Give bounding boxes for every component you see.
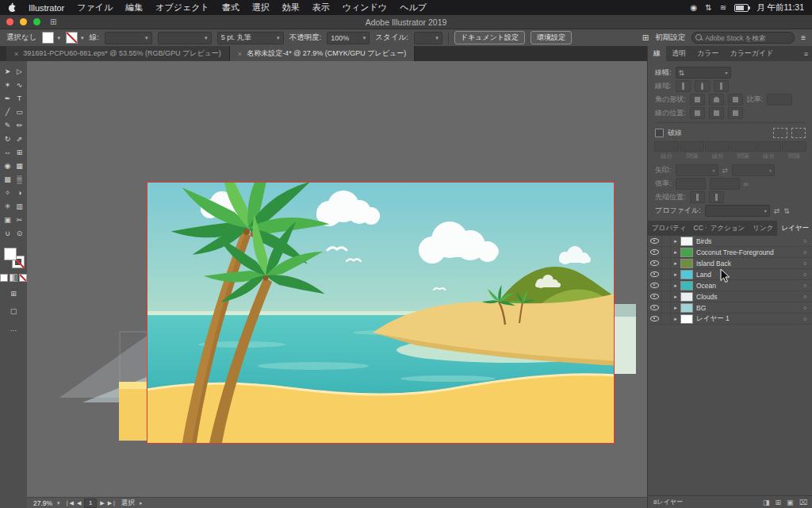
lock-toggle[interactable] — [662, 302, 671, 313]
arrange-documents-icon[interactable]: ⊞ — [50, 17, 56, 26]
status-chevron-icon[interactable]: ▸ — [140, 500, 143, 506]
make-mask-button[interactable]: ◨ — [763, 498, 770, 506]
dash-value-field[interactable] — [730, 141, 755, 152]
last-artboard-button[interactable]: ▶❘ — [108, 500, 117, 506]
layer-name[interactable]: レイヤー 1 — [696, 314, 800, 324]
close-tab-icon[interactable]: × — [238, 50, 242, 58]
pencil-tool[interactable]: ✏ — [13, 119, 25, 132]
layer-target-icon[interactable]: ○ — [800, 260, 810, 266]
next-artboard-button[interactable]: ▶ — [100, 500, 104, 506]
preferences-button[interactable]: 環境設定 — [530, 31, 572, 44]
dash-align-button[interactable] — [791, 128, 806, 138]
lock-toggle[interactable] — [662, 280, 671, 291]
fill-chevron-icon[interactable]: ▾ — [57, 35, 60, 41]
menubar-clock[interactable]: 月 午前11:31 — [756, 2, 804, 13]
canvas-area[interactable] — [27, 61, 647, 498]
layer-thumbnail[interactable] — [680, 237, 693, 246]
menubar-item[interactable]: 書式 — [222, 2, 239, 13]
layer-row[interactable]: ▸ レイヤー 1 ○ — [648, 314, 812, 325]
free-transform-tool[interactable]: ⊞ — [13, 146, 25, 159]
arrow-tip-inside-button[interactable] — [709, 191, 724, 203]
lock-toggle[interactable] — [662, 269, 671, 279]
gradient-button[interactable] — [10, 274, 17, 282]
adobe-stock-search-input[interactable] — [691, 32, 795, 44]
join-miter-button[interactable] — [690, 94, 705, 106]
visibility-toggle[interactable] — [648, 269, 662, 279]
join-bevel-button[interactable] — [728, 94, 743, 106]
selection-tool[interactable]: ➤ — [2, 65, 13, 78]
layer-row[interactable]: ▸ BG ○ — [648, 302, 812, 314]
layer-thumbnail[interactable] — [680, 303, 693, 313]
dash-value-field[interactable] — [705, 141, 730, 152]
stroke-swatch[interactable] — [66, 32, 78, 44]
variable-width-combo[interactable]: ▾ — [158, 32, 212, 44]
brush-combo[interactable]: 5 pt. 丸筆▾ — [217, 32, 284, 44]
visibility-toggle[interactable] — [648, 302, 662, 313]
layer-target-icon[interactable]: ○ — [800, 294, 810, 299]
workspace-switcher[interactable]: 初期設定 — [655, 33, 685, 43]
align-center-button[interactable] — [690, 107, 705, 119]
width-profile-combo[interactable]: ▾ — [705, 205, 770, 217]
minimize-window-button[interactable] — [20, 18, 27, 25]
edit-toolbar-button[interactable]: … — [10, 323, 17, 334]
lock-toggle[interactable] — [662, 236, 671, 246]
dash-value-field[interactable] — [680, 141, 704, 152]
layer-row[interactable]: ▸ Island Back ○ — [648, 258, 812, 269]
cap-butt-button[interactable] — [676, 80, 691, 92]
lasso-tool[interactable]: ∿ — [13, 79, 25, 91]
document-tab-inactive[interactable]: × 391691-PCPU60-881.eps* @ 53.55% (RGB/G… — [6, 46, 230, 61]
document-tab-active[interactable]: × 名称未設定-4* @ 27.9% (CMYK/GPU プレビュー) — [230, 46, 415, 61]
fill-stroke-control[interactable] — [3, 248, 24, 267]
fill-swatch[interactable] — [42, 32, 54, 44]
layer-name[interactable]: Coconut Tree-Foreground — [696, 248, 800, 256]
arrow-tip-extend-button[interactable] — [690, 191, 705, 203]
expand-arrow-icon[interactable]: ▸ — [671, 283, 680, 289]
align-inside-button[interactable] — [709, 107, 724, 119]
scale-tool[interactable]: ⇗ — [13, 133, 25, 145]
expand-arrow-icon[interactable]: ▸ — [671, 260, 680, 267]
layer-name[interactable]: Land — [696, 271, 800, 279]
fill-color-swatch[interactable] — [4, 248, 17, 260]
visibility-toggle[interactable] — [648, 314, 662, 324]
blend-tool[interactable]: ◑ — [13, 187, 25, 199]
stroke-chevron-icon[interactable]: ▾ — [81, 35, 84, 41]
screen-mode-button[interactable]: ▢ — [10, 306, 17, 317]
draw-mode-button[interactable]: ⊞ — [10, 288, 17, 299]
document-setup-button[interactable]: ドキュメント設定 — [454, 31, 525, 44]
visibility-toggle[interactable] — [648, 258, 662, 268]
menubar-item[interactable]: 表示 — [312, 2, 330, 13]
hand-tool[interactable]: ∪ — [2, 227, 13, 240]
layer-name[interactable]: BG — [696, 304, 800, 312]
zoom-tool[interactable]: ⊙ — [13, 227, 25, 240]
layer-thumbnail[interactable] — [680, 314, 693, 324]
apple-menu[interactable] — [8, 2, 19, 13]
tab-color-guide[interactable]: カラーガイド — [724, 46, 779, 61]
cap-projecting-button[interactable] — [714, 80, 729, 92]
menubar-item[interactable]: オブジェクト — [155, 2, 209, 13]
layer-row[interactable]: ▸ Birds ○ — [648, 236, 812, 247]
none-button[interactable] — [19, 274, 27, 282]
magic-wand-tool[interactable]: ✶ — [2, 79, 13, 91]
rotate-tool[interactable]: ↻ — [2, 133, 13, 145]
gradient-tool[interactable]: ▒ — [13, 173, 25, 186]
status-display[interactable]: 選択 — [121, 498, 135, 508]
layer-target-icon[interactable]: ○ — [800, 271, 810, 277]
layer-target-icon[interactable]: ○ — [800, 316, 810, 321]
miter-limit-field[interactable] — [767, 94, 792, 106]
arrow-scale-end-field[interactable] — [710, 178, 740, 190]
layer-row[interactable]: ▸ Clouds ○ — [648, 291, 812, 302]
layer-row[interactable]: ▸ Land ○ — [648, 269, 812, 280]
arrowhead-end-combo[interactable]: ▾ — [732, 164, 775, 176]
align-outside-button[interactable] — [728, 107, 743, 119]
layer-name[interactable]: Clouds — [696, 293, 800, 301]
zoom-window-button[interactable] — [33, 18, 40, 25]
dashed-line-checkbox[interactable] — [655, 129, 664, 137]
tab-cc-libraries[interactable]: CC ライブラリ — [691, 221, 707, 236]
layer-thumbnail[interactable] — [680, 259, 693, 268]
menubar-item[interactable]: ヘルプ — [400, 2, 427, 13]
battery-icon[interactable] — [734, 4, 749, 12]
flip-across-icon[interactable]: ⇅ — [783, 207, 790, 215]
layer-row[interactable]: ▸ Ocean ○ — [648, 280, 812, 291]
dash-preserve-button[interactable] — [773, 128, 787, 138]
lock-toggle[interactable] — [662, 247, 671, 257]
